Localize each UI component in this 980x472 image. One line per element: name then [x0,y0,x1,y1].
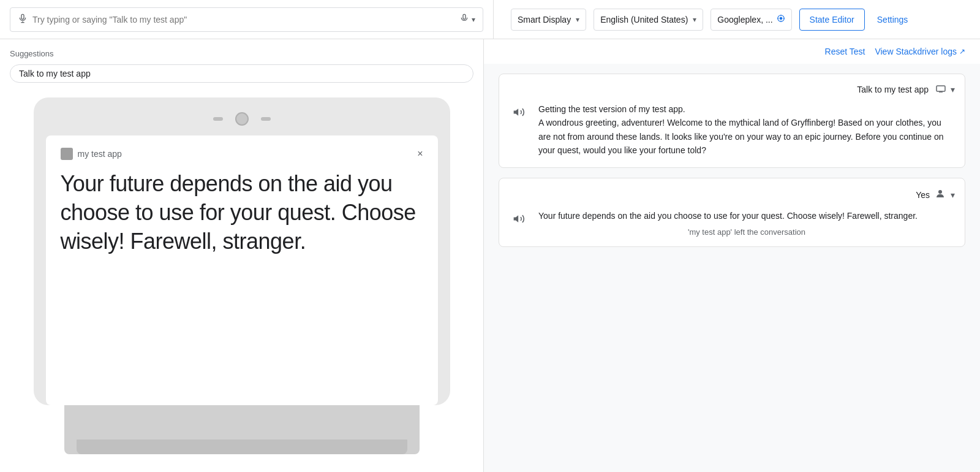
device-chevron: ▾ [576,15,579,24]
conversation-card-2: Yes ▾ [499,178,965,247]
card-2-header: Yes ▾ [509,188,955,202]
card-2-text: Your future depends on the aid you choos… [538,209,955,223]
device-display-text: Your future depends on the aid you choos… [61,170,423,256]
dropdown-arrow[interactable]: ▾ [472,15,475,24]
card-2-content: Your future depends on the aid you choos… [538,209,955,237]
device-close-button[interactable]: × [417,148,423,159]
device-dropdown[interactable]: Smart Display ▾ [511,9,586,31]
device-label: Smart Display [518,15,571,25]
card-1-text: Getting the test version of my test app.… [538,102,955,158]
app-badge: my test app [61,148,122,160]
reset-test-button[interactable]: Reset Test [825,47,865,56]
conversation-container: Talk to my test app ▾ [484,64,980,257]
search-bar[interactable]: ▾ [10,7,483,32]
card-1-title: Talk to my test app [857,85,929,94]
device-wrapper: my test app × Your future depends on the… [10,93,473,462]
header: ▾ Smart Display ▾ English (United States… [0,0,980,39]
main-content: Suggestions Talk to my test app my [0,39,980,472]
device-stand [64,405,420,454]
device-stand-base [77,440,407,454]
language-label: English (United States) [600,15,688,25]
smart-display-body: my test app × Your future depends on the… [34,97,450,405]
left-header-section: ▾ [10,0,494,39]
card-2-body: Your future depends on the aid you choos… [509,209,955,237]
svg-rect-0 [21,14,24,19]
device-camera [235,112,249,126]
view-logs-button[interactable]: View Stackdriver logs ↗ [875,47,965,56]
location-icon [777,14,785,25]
card-1-body: Getting the test version of my test app.… [509,102,955,158]
svg-point-3 [779,17,782,20]
svg-marker-12 [514,108,519,116]
mic-area: ▾ [459,13,475,26]
mic-icon [18,13,28,26]
card-1-screen-icon [936,84,946,95]
right-panel: Reset Test View Stackdriver logs ↗ Talk … [484,39,980,472]
device-screen-header: my test app × [61,148,423,160]
svg-marker-14 [514,215,519,223]
speaker-icon-1[interactable] [509,102,529,122]
device-stand-wrapper [34,405,450,454]
card-2-user-icon [935,188,946,202]
device-top-bar [46,110,438,128]
location-label: Googleplex, ... [717,15,772,25]
conversation-card-1: Talk to my test app ▾ [499,74,965,168]
smart-display-device: my test app × Your future depends on the… [34,97,450,454]
app-name-label: my test app [78,149,122,159]
settings-button[interactable]: Settings [872,11,913,28]
right-panel-actions: Reset Test View Stackdriver logs ↗ [484,39,980,64]
right-header-section: Smart Display ▾ English (United States) … [501,9,970,31]
device-indicator-right [261,117,271,121]
card-1-header: Talk to my test app ▾ [509,84,955,95]
device-screen: my test app × Your future depends on the… [46,135,438,405]
card-1-expand[interactable]: ▾ [951,85,955,94]
speaker-icon-2[interactable] [509,209,529,229]
language-chevron: ▾ [693,15,696,24]
left-panel: Suggestions Talk to my test app my [0,39,484,472]
card-2-expand[interactable]: ▾ [951,190,955,200]
svg-rect-9 [937,86,945,91]
search-input[interactable] [32,15,454,25]
card-2-title: Yes [916,190,930,200]
state-editor-button[interactable]: State Editor [799,9,865,31]
external-link-icon: ↗ [959,47,965,56]
voice-icon [459,13,469,26]
app-icon [61,148,73,160]
suggestion-chip[interactable]: Talk to my test app [10,64,473,83]
device-indicator-left [213,117,223,121]
location-select[interactable]: Googleplex, ... [710,9,791,31]
suggestions-label: Suggestions [10,49,473,58]
svg-point-13 [938,190,942,194]
view-logs-label: View Stackdriver logs [875,47,957,56]
card-2-footer: 'my test app' left the conversation [538,227,955,237]
language-dropdown[interactable]: English (United States) ▾ [594,9,703,31]
